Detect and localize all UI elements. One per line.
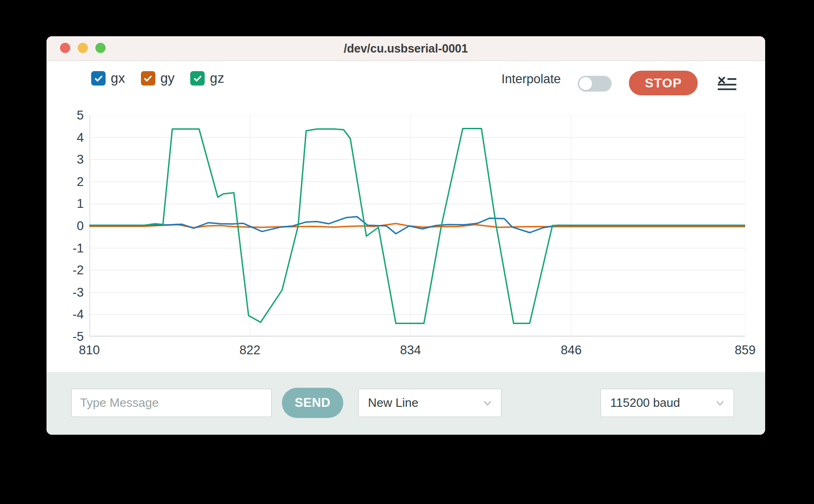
series-toggle-group: gxgygz [91, 71, 224, 86]
baud-rate-select[interactable]: 115200 baud [600, 389, 734, 417]
toggle-knob [579, 77, 592, 90]
y-axis-tick-label: -4 [55, 307, 84, 322]
series-label: gz [210, 71, 224, 86]
interpolate-toggle[interactable] [578, 76, 612, 92]
series-label: gy [160, 71, 175, 86]
x-axis-tick-label: 846 [560, 343, 581, 358]
interpolate-label: Interpolate [501, 72, 561, 86]
y-axis-tick-label: -5 [55, 330, 84, 344]
y-axis-tick-label: 2 [55, 174, 84, 189]
checkbox-checked-icon [141, 71, 155, 86]
series-label: gx [111, 71, 125, 86]
line-ending-value: New Line [368, 396, 418, 410]
line-chart [89, 115, 745, 337]
window-title: /dev/cu.usbserial-0001 [47, 36, 765, 61]
line-ending-select[interactable]: New Line [358, 389, 501, 417]
message-bar: SEND New Line 115200 baud [47, 372, 765, 435]
checkbox-checked-icon [91, 71, 106, 86]
x-list-icon[interactable] [718, 76, 736, 91]
chevron-down-icon [716, 400, 724, 406]
series-checkbox-gy[interactable]: gy [141, 71, 175, 86]
x-axis-tick-label: 822 [240, 343, 260, 358]
y-axis-tick-label: -1 [55, 241, 84, 255]
title-bar[interactable]: /dev/cu.usbserial-0001 [47, 36, 765, 61]
app-window: /dev/cu.usbserial-0001 gxgygz Interpolat… [47, 36, 765, 435]
y-axis-tick-label: 1 [55, 197, 84, 211]
stop-button[interactable]: STOP [629, 71, 698, 95]
y-axis-tick-label: 4 [55, 130, 84, 145]
y-axis-tick-label: 0 [55, 219, 84, 233]
y-axis-tick-label: 3 [55, 153, 84, 167]
y-axis-tick-label: -2 [55, 263, 84, 278]
x-axis-tick-label: 859 [734, 343, 755, 358]
y-axis-tick-label: -3 [55, 285, 84, 299]
message-input[interactable] [71, 389, 272, 417]
series-checkbox-gx[interactable]: gx [91, 71, 125, 86]
chevron-down-icon [483, 400, 492, 406]
checkbox-checked-icon [190, 71, 205, 86]
x-axis-tick-label: 834 [400, 343, 421, 358]
baud-rate-value: 115200 baud [610, 396, 680, 410]
send-button[interactable]: SEND [282, 388, 343, 418]
x-axis-tick-label: 810 [79, 343, 100, 358]
series-checkbox-gz[interactable]: gz [190, 71, 224, 86]
y-axis-tick-label: 5 [55, 108, 84, 123]
